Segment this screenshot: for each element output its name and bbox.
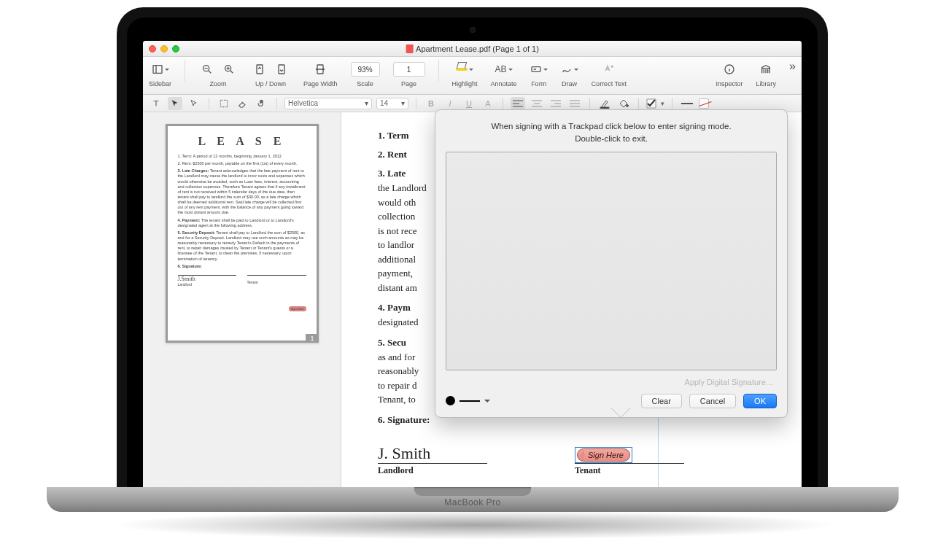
annotate-button[interactable]: AB xyxy=(495,61,513,77)
landlord-label: Landlord xyxy=(378,465,487,476)
stroke-picker[interactable] xyxy=(446,396,490,405)
align-justify-button[interactable] xyxy=(567,97,582,110)
laptop-shadow xyxy=(109,510,839,540)
stroke-color-button[interactable] xyxy=(597,97,612,110)
main-toolbar: Sidebar Zoom Up / Down xyxy=(143,57,802,95)
svg-rect-37 xyxy=(600,107,609,109)
text-color-button[interactable]: A xyxy=(481,97,495,110)
laptop-base: MacBook Pro xyxy=(47,487,899,512)
sign-here-tag[interactable]: Sign Here xyxy=(577,448,630,462)
popover-instructions: When signing with a Trackpad click below… xyxy=(446,120,777,146)
updown-label: Up / Down xyxy=(255,80,286,88)
align-center-button[interactable] xyxy=(530,97,544,110)
correct-label: Correct Text xyxy=(592,80,627,88)
library-button[interactable] xyxy=(757,61,775,77)
annotate-label: Annotate xyxy=(491,80,517,88)
underline-button[interactable]: U xyxy=(462,97,476,110)
toolbar-divider xyxy=(438,60,439,82)
line-style-button[interactable] xyxy=(680,97,694,110)
pointer-tool-button[interactable] xyxy=(187,97,201,110)
apply-digital-signature-button: Apply Digital Signature... xyxy=(685,378,772,386)
svg-line-6 xyxy=(230,71,233,73)
library-label: Library xyxy=(756,80,777,88)
landlord-signature: J. Smith xyxy=(378,445,487,464)
font-size-select[interactable]: 14▾ xyxy=(376,98,408,109)
zoom-label: Zoom xyxy=(210,80,227,88)
laptop-frame: Apartment Lease.pdf (Page 1 of 1) Sideba… xyxy=(117,7,828,489)
laptop-model-label: MacBook Pro xyxy=(444,497,501,508)
cancel-button[interactable]: Cancel xyxy=(689,394,736,408)
correct-text-button xyxy=(600,61,618,77)
app-window: Apartment Lease.pdf (Page 1 of 1) Sideba… xyxy=(143,41,802,489)
close-window-button[interactable] xyxy=(149,45,156,52)
svg-line-3 xyxy=(209,71,211,73)
screen-bezel: Apartment Lease.pdf (Page 1 of 1) Sideba… xyxy=(127,18,818,489)
svg-rect-10 xyxy=(279,65,284,74)
hand-tool-button[interactable] xyxy=(255,97,269,110)
thumb-page-number: 1 xyxy=(306,334,318,343)
align-left-button[interactable] xyxy=(511,97,525,110)
page-down-button[interactable] xyxy=(273,61,290,77)
color-swatch-button[interactable] xyxy=(646,98,656,109)
scale-input[interactable]: 93% xyxy=(351,62,380,77)
svg-rect-24 xyxy=(220,100,227,106)
marquee-tool-button[interactable] xyxy=(217,97,231,110)
align-right-button[interactable] xyxy=(548,97,563,110)
highlight-button[interactable] xyxy=(456,61,473,77)
signature-popover: When signing with a Trackpad click below… xyxy=(435,109,788,418)
inspector-label: Inspector xyxy=(716,80,743,88)
zoom-window-button[interactable] xyxy=(172,45,179,52)
no-fill-button[interactable] xyxy=(699,98,709,109)
sidebar-toggle-button[interactable] xyxy=(152,61,169,77)
toolbar-divider xyxy=(185,60,185,82)
select-tool-button[interactable] xyxy=(168,97,182,110)
bold-button[interactable]: B xyxy=(424,97,438,110)
page-up-button[interactable] xyxy=(251,61,268,77)
page-input[interactable]: 1 xyxy=(393,62,425,77)
signature-block: J. Smith Landlord Sign Here Tenant xyxy=(378,445,802,476)
svg-point-38 xyxy=(627,104,629,106)
chevron-down-icon xyxy=(484,400,490,405)
tenant-label: Tenant xyxy=(575,465,684,476)
svg-rect-0 xyxy=(153,66,162,74)
titlebar: Apartment Lease.pdf (Page 1 of 1) xyxy=(143,41,802,57)
italic-button[interactable]: I xyxy=(443,97,457,110)
window-title-text: Apartment Lease.pdf (Page 1 of 1) xyxy=(416,44,539,53)
sidebar-label: Sidebar xyxy=(149,80,171,88)
thumb-sign-here-tag: Sign Here xyxy=(289,306,306,311)
form-button[interactable] xyxy=(530,61,548,77)
inspector-button[interactable] xyxy=(721,61,738,77)
page-label: Page xyxy=(401,80,416,88)
page-thumbnail[interactable]: L E A S E 1. Term: A period of 12 months… xyxy=(166,124,319,343)
fill-color-button[interactable] xyxy=(616,97,631,110)
form-label: Form xyxy=(531,80,546,88)
highlight-label: Highlight xyxy=(452,80,478,88)
pdf-icon xyxy=(406,44,413,53)
scale-label: Scale xyxy=(357,80,373,88)
stroke-color-dot xyxy=(446,396,455,405)
window-controls xyxy=(143,45,179,52)
zoom-out-button[interactable] xyxy=(198,61,216,77)
window-title: Apartment Lease.pdf (Page 1 of 1) xyxy=(406,44,539,53)
toolbar-overflow-button[interactable]: » xyxy=(789,60,796,73)
tenant-signature-field[interactable]: Sign Here xyxy=(575,445,684,464)
draw-label: Draw xyxy=(562,80,577,88)
camera-dot xyxy=(470,28,475,32)
page-width-button[interactable] xyxy=(311,61,329,77)
zoom-in-button[interactable] xyxy=(220,61,238,77)
thumbnail-sidebar: L E A S E 1. Term: A period of 12 months… xyxy=(143,112,341,489)
stroke-weight-preview xyxy=(460,400,480,402)
font-select[interactable]: Helvetica▾ xyxy=(284,98,372,109)
eraser-tool-button[interactable] xyxy=(236,97,250,110)
minimize-window-button[interactable] xyxy=(160,45,168,52)
clear-button[interactable]: Clear xyxy=(641,394,682,408)
signature-canvas[interactable] xyxy=(446,152,777,370)
ok-button[interactable]: OK xyxy=(743,394,777,408)
page-width-label: Page Width xyxy=(303,80,338,88)
draw-button[interactable] xyxy=(561,61,578,77)
text-tool-button[interactable] xyxy=(149,97,163,110)
svg-rect-9 xyxy=(257,65,263,74)
thumb-title: L E A S E xyxy=(178,135,306,148)
